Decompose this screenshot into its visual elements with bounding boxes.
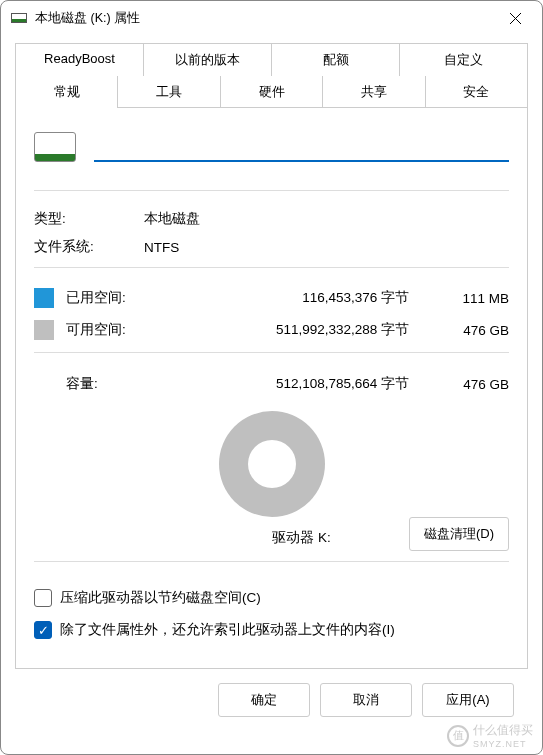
window-title: 本地磁盘 (K:) 属性 <box>35 10 492 27</box>
free-space-label: 可用空间: <box>66 321 166 339</box>
divider <box>34 190 509 191</box>
free-space-human: 476 GB <box>437 323 509 338</box>
capacity-label: 容量: <box>66 375 166 393</box>
cancel-button[interactable]: 取消 <box>320 683 412 717</box>
tab-customize[interactable]: 自定义 <box>399 43 528 76</box>
index-checkbox[interactable]: ✓ <box>34 621 52 639</box>
index-label: 除了文件属性外，还允许索引此驱动器上文件的内容(I) <box>60 621 395 639</box>
tab-general[interactable]: 常规 <box>15 76 118 108</box>
type-label: 类型: <box>34 210 144 228</box>
tab-sharing[interactable]: 共享 <box>322 76 425 108</box>
disk-cleanup-button[interactable]: 磁盘清理(D) <box>409 517 509 551</box>
usage-donut-chart <box>219 411 325 517</box>
drive-letter-label: 驱动器 K: <box>272 529 331 547</box>
tab-tools[interactable]: 工具 <box>117 76 220 108</box>
apply-button[interactable]: 应用(A) <box>422 683 514 717</box>
compress-checkbox[interactable] <box>34 589 52 607</box>
close-icon <box>510 13 521 24</box>
drive-icon-small <box>11 13 27 23</box>
type-value: 本地磁盘 <box>144 210 509 228</box>
filesystem-label: 文件系统: <box>34 238 144 256</box>
free-space-swatch <box>34 320 54 340</box>
filesystem-value: NTFS <box>144 240 509 255</box>
used-space-bytes: 116,453,376 字节 <box>166 289 437 307</box>
ok-button[interactable]: 确定 <box>218 683 310 717</box>
tab-quota[interactable]: 配额 <box>271 43 400 76</box>
used-space-label: 已用空间: <box>66 289 166 307</box>
divider <box>34 561 509 562</box>
capacity-human: 476 GB <box>437 377 509 392</box>
compress-label: 压缩此驱动器以节约磁盘空间(C) <box>60 589 261 607</box>
tab-previous-versions[interactable]: 以前的版本 <box>143 43 272 76</box>
tab-readyboost[interactable]: ReadyBoost <box>15 43 144 76</box>
used-space-swatch <box>34 288 54 308</box>
tab-security[interactable]: 安全 <box>425 76 528 108</box>
tab-hardware[interactable]: 硬件 <box>220 76 323 108</box>
divider <box>34 352 509 353</box>
drive-icon <box>34 132 76 162</box>
capacity-bytes: 512,108,785,664 字节 <box>166 375 437 393</box>
drive-name-input[interactable] <box>94 132 509 162</box>
close-button[interactable] <box>492 1 538 35</box>
free-space-bytes: 511,992,332,288 字节 <box>166 321 437 339</box>
used-space-human: 111 MB <box>437 291 509 306</box>
divider <box>34 267 509 268</box>
